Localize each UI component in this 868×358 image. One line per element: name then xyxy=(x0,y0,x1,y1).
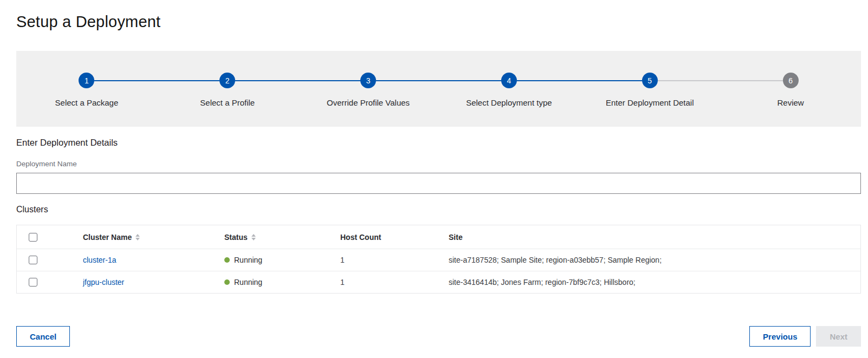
step-label: Override Profile Values xyxy=(327,98,410,107)
sort-icon[interactable] xyxy=(135,234,140,240)
column-header-status[interactable]: Status xyxy=(224,233,340,242)
status-text: Running xyxy=(234,256,262,264)
stepper-connector-right xyxy=(799,80,861,81)
select-all-checkbox[interactable] xyxy=(29,233,37,242)
column-header-label: Host Count xyxy=(340,233,381,242)
stepper-step-1: 1Select a Package xyxy=(16,73,157,127)
stepper-step-6: 6Review xyxy=(720,73,861,127)
stepper-connector-right xyxy=(517,80,579,81)
status-dot-icon xyxy=(224,257,230,263)
step-number-badge[interactable]: 3 xyxy=(360,73,376,88)
footer-right-group: Previous Next xyxy=(749,326,861,347)
clusters-table: Cluster Name Status Host Count Site clus… xyxy=(16,225,861,294)
column-header-label: Site xyxy=(449,233,463,242)
status-dot-icon xyxy=(224,279,230,285)
table-row: jfgpu-clusterRunning1site-3416414b; Jone… xyxy=(17,271,860,293)
row-checkbox[interactable] xyxy=(29,278,37,287)
site-cell: site-a7187528; Sample Site; region-a03eb… xyxy=(449,256,860,264)
stepper-connector-left xyxy=(298,80,360,81)
stepper-track: 2 xyxy=(157,73,298,88)
stepper-step-2: 2Select a Profile xyxy=(157,73,298,127)
cancel-button[interactable]: Cancel xyxy=(16,326,70,347)
next-button[interactable]: Next xyxy=(816,326,861,347)
stepper-track: 3 xyxy=(298,73,439,88)
footer-actions: Cancel Previous Next xyxy=(16,326,861,347)
row-checkbox[interactable] xyxy=(29,256,37,264)
sort-icon[interactable] xyxy=(251,234,256,240)
stepper-connector-left xyxy=(438,80,501,81)
step-number-badge[interactable]: 4 xyxy=(501,73,517,88)
cluster-link[interactable]: jfgpu-cluster xyxy=(83,278,124,287)
column-header-label: Status xyxy=(224,233,248,242)
stepper-step-4: 4Select Deployment type xyxy=(438,73,579,127)
row-select-cell xyxy=(17,256,83,264)
stepper-track: 6 xyxy=(720,73,861,88)
stepper-connector-left xyxy=(720,80,782,81)
clusters-table-body: cluster-1aRunning1site-a7187528; Sample … xyxy=(17,249,860,293)
clusters-section-title: Clusters xyxy=(16,205,861,214)
page-title: Setup a Deployment xyxy=(16,0,861,31)
cluster-name-cell: jfgpu-cluster xyxy=(83,278,224,287)
step-label: Select Deployment type xyxy=(466,98,552,107)
stepper-connector-right xyxy=(94,80,157,81)
cluster-name-cell: cluster-1a xyxy=(83,256,224,264)
select-all-cell xyxy=(17,233,83,242)
stepper-connector-left xyxy=(579,80,642,81)
step-label: Select a Package xyxy=(55,98,119,107)
stepper-track: 1 xyxy=(16,73,157,88)
step-label: Enter Deployment Detail xyxy=(606,98,694,107)
column-header-host-count: Host Count xyxy=(340,233,449,242)
status-text: Running xyxy=(234,278,262,287)
step-number-badge[interactable]: 2 xyxy=(219,73,235,88)
column-header-site: Site xyxy=(449,233,860,242)
status-cell: Running xyxy=(224,278,340,287)
deployment-name-label: Deployment Name xyxy=(16,160,861,168)
site-cell: site-3416414b; Jones Farm; region-7bf9c7… xyxy=(449,278,860,287)
deployment-name-input[interactable] xyxy=(16,173,861,194)
cluster-link[interactable]: cluster-1a xyxy=(83,256,116,264)
column-header-cluster-name[interactable]: Cluster Name xyxy=(83,233,224,242)
previous-button[interactable]: Previous xyxy=(749,326,811,347)
stepper-connector-right xyxy=(376,80,438,81)
table-row: cluster-1aRunning1site-a7187528; Sample … xyxy=(17,249,860,271)
step-number-badge[interactable]: 1 xyxy=(79,73,94,88)
row-select-cell xyxy=(17,278,83,287)
stepper-connector-left xyxy=(16,80,79,81)
section-title-deployment-details: Enter Deployment Details xyxy=(16,138,861,148)
status-cell: Running xyxy=(224,256,340,264)
wizard-stepper: 1Select a Package2Select a Profile3Overr… xyxy=(16,51,861,127)
clusters-table-header-row: Cluster Name Status Host Count Site xyxy=(17,225,860,249)
stepper-track: 4 xyxy=(438,73,579,88)
stepper-connector-left xyxy=(157,80,219,81)
page-container: Setup a Deployment 1Select a Package2Sel… xyxy=(0,0,868,347)
step-label: Select a Profile xyxy=(200,98,255,107)
step-label: Review xyxy=(777,98,804,107)
host-count-cell: 1 xyxy=(340,278,449,287)
stepper-connector-right xyxy=(235,80,297,81)
host-count-cell: 1 xyxy=(340,256,449,264)
stepper-connector-right xyxy=(658,80,720,81)
column-header-label: Cluster Name xyxy=(83,233,132,242)
stepper-track: 5 xyxy=(579,73,720,88)
stepper-step-3: 3Override Profile Values xyxy=(298,73,439,127)
step-number-badge[interactable]: 5 xyxy=(642,73,658,88)
step-number-badge[interactable]: 6 xyxy=(783,73,799,88)
stepper-step-5: 5Enter Deployment Detail xyxy=(579,73,720,127)
